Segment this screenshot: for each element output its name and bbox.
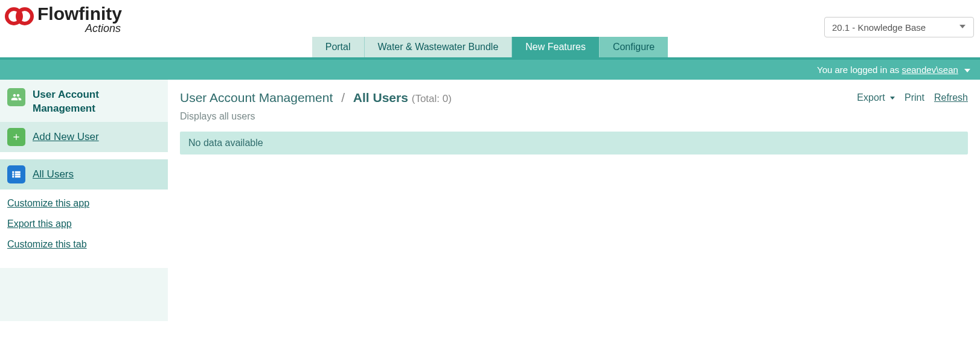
sidebar-separator: [0, 152, 168, 159]
chevron-down-icon: [890, 97, 895, 100]
users-icon: [7, 88, 25, 106]
logged-in-user[interactable]: seandev\sean: [902, 65, 958, 75]
print-button[interactable]: Print: [905, 92, 924, 103]
breadcrumb-total: (Total: 0): [412, 93, 452, 104]
sidebar-app-title[interactable]: User Account Management: [0, 80, 168, 122]
no-data-message: No data available: [180, 132, 968, 155]
export-button[interactable]: Export: [857, 92, 895, 103]
logo-icon: [5, 7, 34, 25]
page-actions: Export Print Refresh: [857, 92, 968, 103]
app-header: Flowfinity Actions 20.1 - Knowledge Base…: [0, 0, 980, 57]
plus-icon: [7, 128, 25, 146]
tab-configure[interactable]: Configure: [600, 37, 668, 57]
sidebar-all-users[interactable]: All Users: [0, 159, 168, 190]
sidebar: User Account Management Add New User All…: [0, 80, 168, 321]
body: User Account Management Add New User All…: [0, 80, 980, 321]
tab-portal[interactable]: Portal: [312, 37, 365, 57]
tab-new-features[interactable]: New Features: [512, 37, 600, 57]
logo: Flowfinity Actions: [5, 5, 122, 34]
user-menu-caret-icon[interactable]: [964, 69, 970, 72]
main-content: User Account Management / All Users (Tot…: [168, 80, 980, 321]
refresh-button[interactable]: Refresh: [934, 92, 968, 103]
logo-main-text: Flowfinity: [37, 5, 122, 23]
login-status-bar: You are logged in as seandev\sean: [0, 60, 980, 80]
sidebar-links: Customize this app Export this app Custo…: [0, 190, 168, 268]
breadcrumb: User Account Management / All Users (Tot…: [180, 91, 452, 105]
list-icon: [7, 165, 25, 183]
main-tabs: Portal Water & Wastewater Bundle New Fea…: [0, 37, 980, 57]
breadcrumb-separator: /: [341, 91, 345, 104]
page-subtitle: Displays all users: [180, 111, 968, 122]
breadcrumb-root[interactable]: User Account Management: [180, 91, 333, 104]
link-customize-app[interactable]: Customize this app: [7, 198, 161, 209]
link-customize-tab[interactable]: Customize this tab: [7, 239, 161, 250]
tab-water-wastewater[interactable]: Water & Wastewater Bundle: [365, 37, 513, 57]
breadcrumb-current: All Users: [353, 91, 408, 104]
link-export-app[interactable]: Export this app: [7, 218, 161, 229]
sidebar-add-new-user[interactable]: Add New User: [0, 122, 168, 152]
logo-sub-text: Actions: [37, 23, 122, 34]
knowledge-base-select[interactable]: 20.1 - Knowledge Base: [824, 17, 974, 37]
login-prefix: You are logged in as: [817, 65, 902, 75]
